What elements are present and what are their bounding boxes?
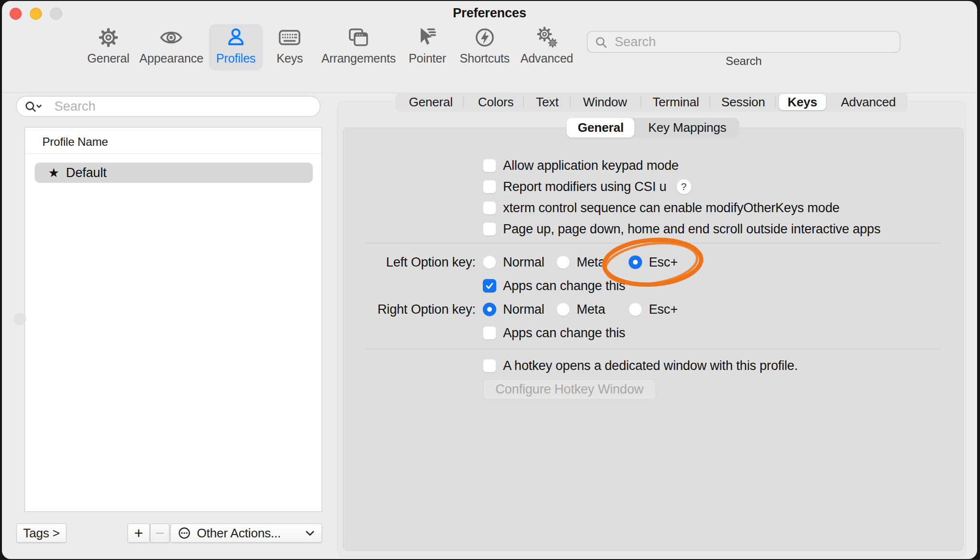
configure-hotkey-window-button[interactable]: Configure Hotkey Window: [483, 379, 656, 400]
checkbox-row-csi-u[interactable]: Report modifiers using CSI u ?: [483, 177, 692, 197]
lightning-circle-icon: [473, 26, 496, 49]
toolbar-label: Shortcuts: [460, 51, 510, 65]
search-icon: [595, 36, 607, 49]
profile-name: Default: [66, 165, 106, 180]
radio-label: Normal: [503, 255, 544, 270]
toolbar-item-shortcuts[interactable]: Shortcuts: [460, 26, 510, 65]
checkbox-row-hotkey-window[interactable]: A hotkey opens a dedicated window with t…: [483, 356, 798, 376]
checkbox-label: xterm control sequence can enable modify…: [503, 201, 839, 216]
help-button[interactable]: ?: [676, 179, 692, 194]
checkbox-label: Apps can change this: [503, 326, 625, 341]
tab-text[interactable]: Text: [536, 92, 559, 112]
tab-colors[interactable]: Colors: [478, 92, 514, 112]
tab-session[interactable]: Session: [721, 92, 765, 112]
search-menu-icon[interactable]: [25, 101, 48, 113]
tab-keys[interactable]: Keys: [787, 92, 817, 112]
checkbox-unchecked[interactable]: [483, 222, 496, 236]
other-actions-label: Other Actions...: [197, 526, 281, 541]
radio-unselected[interactable]: [556, 303, 570, 316]
radio-right-option-normal[interactable]: Normal: [483, 299, 544, 319]
toolbar-search-caption: Search: [587, 54, 901, 68]
eye-icon: [160, 26, 183, 49]
radio-unselected[interactable]: [629, 303, 642, 316]
minus-icon: −: [155, 524, 165, 542]
subtab-general[interactable]: General: [578, 118, 623, 138]
profile-list-column-header: Profile Name: [42, 135, 108, 149]
checkbox-row-modify-other-keys[interactable]: xterm control sequence can enable modify…: [483, 198, 839, 218]
checkbox-unchecked[interactable]: [483, 326, 496, 340]
checkbox-unchecked[interactable]: [483, 359, 496, 372]
person-icon: [224, 26, 247, 49]
radio-right-option-meta[interactable]: Meta: [556, 299, 605, 319]
cursor-icon: [416, 26, 439, 49]
radio-label: Esc+: [649, 302, 678, 317]
profile-search-input[interactable]: [16, 96, 321, 117]
checkbox-row-keypad-mode[interactable]: Allow application keypad mode: [483, 155, 679, 176]
tab-separator: [709, 96, 710, 108]
circled-ellipsis-icon: [178, 526, 191, 540]
overlapping-windows-icon: [347, 26, 370, 49]
radio-label: Normal: [503, 302, 544, 317]
other-actions-dropdown[interactable]: Other Actions...: [170, 523, 322, 543]
remove-profile-button[interactable]: −: [150, 523, 169, 543]
toolbar-item-general[interactable]: General: [87, 26, 129, 65]
tab-separator: [570, 96, 570, 108]
screen: Preferences General Appearance: [0, 0, 980, 560]
toolbar-search-input[interactable]: [587, 31, 901, 53]
toolbar-item-keys[interactable]: Keys: [277, 26, 303, 65]
tab-general[interactable]: General: [409, 92, 452, 112]
configure-hotkey-window-label: Configure Hotkey Window: [495, 382, 644, 397]
toolbar-label: General: [87, 51, 129, 65]
tab-separator: [775, 96, 775, 108]
toolbar-item-profiles[interactable]: Profiles: [216, 26, 256, 65]
profile-tabs-bar: [396, 92, 908, 112]
window-title: Preferences: [2, 6, 977, 21]
toolbar-label: Pointer: [409, 51, 446, 65]
radio-unselected[interactable]: [556, 255, 570, 269]
toolbar-item-arrangements[interactable]: Arrangements: [322, 26, 396, 65]
subtab-key-mappings[interactable]: Key Mappings: [648, 118, 726, 138]
toolbar-label: Keys: [277, 51, 303, 65]
radio-unselected[interactable]: [483, 255, 496, 269]
checkbox-label: Allow application keypad mode: [503, 158, 679, 173]
radio-label: Meta: [577, 302, 605, 317]
tab-separator: [463, 96, 464, 108]
tags-button-label: Tags >: [23, 526, 60, 541]
radio-selected[interactable]: [483, 303, 496, 316]
toolbar-item-advanced[interactable]: Advanced: [520, 26, 573, 65]
gear-icon: [97, 26, 120, 49]
header-divider: [25, 153, 322, 154]
star-icon: ★: [48, 165, 59, 180]
checkbox-label: Report modifiers using CSI u: [503, 179, 667, 194]
toolbar-label: Arrangements: [322, 51, 396, 65]
tab-advanced[interactable]: Advanced: [841, 92, 896, 112]
tab-separator: [523, 96, 524, 108]
checkbox-unchecked[interactable]: [483, 201, 496, 215]
chevron-down-icon: [305, 530, 315, 536]
right-option-key-label: Right Option key:: [339, 299, 476, 319]
checkbox-row-right-apps-can-change[interactable]: Apps can change this: [483, 323, 625, 343]
checkbox-unchecked[interactable]: [483, 180, 496, 193]
double-gear-icon: [535, 26, 558, 49]
tags-button[interactable]: Tags >: [16, 523, 66, 543]
radio-right-option-esc[interactable]: Esc+: [629, 299, 678, 319]
preferences-window: Preferences General Appearance: [2, 1, 977, 559]
add-profile-button[interactable]: +: [128, 523, 150, 543]
left-option-key-label: Left Option key:: [339, 252, 476, 272]
radio-left-option-normal[interactable]: Normal: [483, 252, 544, 272]
tab-window[interactable]: Window: [583, 92, 627, 112]
checkbox-unchecked[interactable]: [483, 159, 496, 172]
toolbar-label: Advanced: [520, 51, 573, 65]
toolbar-item-pointer[interactable]: Pointer: [409, 26, 446, 65]
pane-splitter-handle[interactable]: [13, 313, 26, 325]
profile-row-default[interactable]: ★ Default: [35, 163, 313, 183]
tab-terminal[interactable]: Terminal: [653, 92, 699, 112]
toolbar-item-appearance[interactable]: Appearance: [140, 26, 204, 65]
checkbox-checked[interactable]: [483, 279, 496, 293]
plus-icon: +: [134, 524, 143, 542]
annotation-ellipse: [589, 227, 724, 299]
toolbar-label: Profiles: [216, 51, 256, 65]
profile-list: Profile Name ★ Default: [25, 127, 322, 512]
checkbox-label: A hotkey opens a dedicated window with t…: [503, 358, 798, 373]
section-divider: [366, 349, 941, 349]
